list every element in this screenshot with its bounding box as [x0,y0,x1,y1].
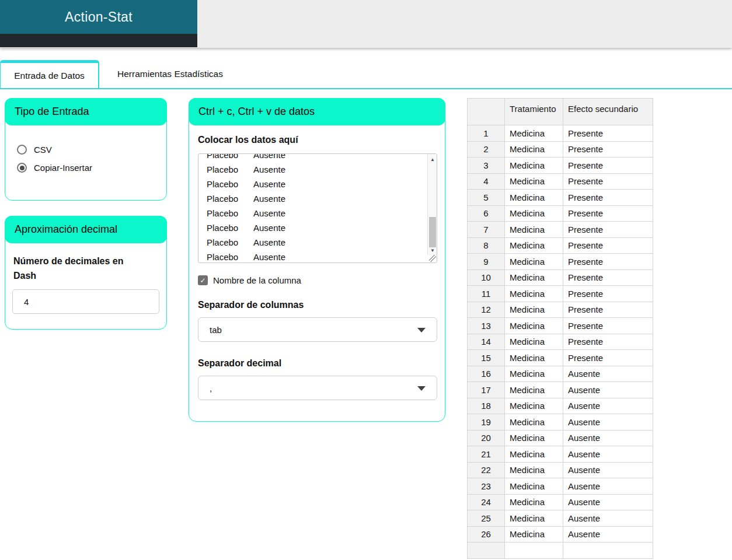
textarea-line: PlaceboAusente [207,250,427,263]
input-type-options: CSVCopiar-Insertar [5,125,166,173]
table-row: 20MedicinaAusente [468,430,653,446]
row-number-cell: 26 [468,526,505,542]
table-cell: Medicina [505,302,563,318]
table-row: 13MedicinaPresente [468,318,653,334]
table-row: 9MedicinaPresente [468,254,653,270]
table-cell: Presente [563,141,653,158]
table-cell: Presente [563,190,653,206]
table-row: 4MedicinaPresente [468,173,653,190]
table-cell: Medicina [505,237,563,254]
column-separator-label: Separador de columnas [198,300,304,310]
table-cell: Medicina [505,366,563,382]
decimal-separator-label: Separador decimal [198,358,281,369]
table-cell: Medicina [505,125,563,142]
brand-strip [0,34,197,47]
textarea-line: PlaceboAusente [207,206,427,220]
column-name-checkbox-row[interactable]: ✓ Nombre de la columna [198,275,301,285]
textarea-scrollbar[interactable]: ▲ ▼ [427,154,437,256]
table-row: 17MedicinaAusente [468,382,653,398]
scrollbar-thumb[interactable] [429,217,436,247]
tabs-bar: Entrada de Datos Herramientas Estadístic… [0,60,732,89]
row-number-cell: 10 [468,270,505,286]
radio-option-csv[interactable]: CSV [17,145,155,155]
row-number-cell: 15 [468,350,505,366]
resize-grip-icon[interactable] [429,255,436,262]
column-name-checkbox-label: Nombre de la columna [213,275,301,285]
row-number-cell: 13 [468,318,505,334]
column-header: Tratamiento [505,99,563,125]
column-separator-value: tab [210,325,222,335]
row-number-cell: 9 [468,254,505,270]
textarea-line: PlaceboAusente [207,177,427,191]
table-cell: Ausente [563,462,653,478]
row-number-cell: 18 [468,398,505,414]
decimal-separator-dropdown[interactable]: , [198,376,437,400]
radio-option-copiar-insertar[interactable]: Copiar-Insertar [17,163,155,173]
table-cell: Medicina [505,270,563,286]
table-cell: Presente [563,254,653,270]
table-cell: Ausente [563,366,653,382]
table-cell: Presente [563,350,653,366]
table-cell: Medicina [505,526,563,542]
radio-unselected-icon[interactable] [17,145,27,155]
table-cell: Medicina [505,510,563,527]
row-number-cell [468,542,505,559]
scroll-down-icon[interactable]: ▼ [428,246,437,254]
decimals-input[interactable] [12,289,159,314]
textarea-line: PlaceboAusente [207,220,427,235]
table-cell [563,542,653,559]
table-row: 11MedicinaPresente [468,286,653,302]
radio-option-label: Copiar-Insertar [34,163,92,173]
brand-banner: Action-Stat [0,0,197,34]
table-row: 7MedicinaPresente [468,222,653,238]
column-separator-dropdown[interactable]: tab [198,317,437,342]
table-row: 23MedicinaAusente [468,478,653,495]
textarea-line: PlaceboAusente [207,162,427,177]
table-row: 21MedicinaAusente [468,446,653,463]
table-row: 25MedicinaAusente [468,510,653,527]
paste-textarea-content: PlaceboAusentePlaceboAusentePlaceboAusen… [198,153,427,263]
table-cell: Presente [563,125,653,142]
table-row: 26MedicinaAusente [468,526,653,542]
paste-data-panel-title: Ctrl + c, Ctrl + v de datos [189,98,445,125]
row-number-cell: 8 [468,237,505,254]
table-cell: Presente [563,173,653,190]
row-number-cell: 17 [468,382,505,398]
table-cell: Medicina [505,318,563,334]
app-title: Action-Stat [65,9,133,25]
table-cell: Medicina [505,382,563,398]
decimal-approx-panel-title: Aproximación decimal [5,216,167,243]
table-cell: Ausente [563,446,653,463]
paste-textarea[interactable]: PlaceboAusentePlaceboAusentePlaceboAusen… [198,153,437,263]
table-cell [505,542,563,559]
table-row: 14MedicinaPresente [468,334,653,350]
table-cell: Medicina [505,494,563,510]
table-row: 18MedicinaAusente [468,398,653,414]
tab-herramientas-estadisticas[interactable]: Herramientas Estadísticas [99,60,241,88]
tab-entrada-de-datos[interactable]: Entrada de Datos [0,60,99,88]
scroll-up-icon[interactable]: ▲ [428,155,437,163]
table-cell: Ausente [563,526,653,542]
row-number-cell: 16 [468,366,505,382]
checkbox-checked-icon[interactable]: ✓ [198,275,208,285]
table-cell: Medicina [505,350,563,366]
radio-selected-icon[interactable] [17,163,27,173]
table-cell: Medicina [505,222,563,238]
table-cell: Medicina [505,446,563,463]
radio-option-label: CSV [34,145,52,155]
row-number-cell: 3 [468,158,505,174]
table-cell: Medicina [505,430,563,446]
row-number-cell: 2 [468,141,505,158]
row-number-cell: 20 [468,430,505,446]
app-window: Action-Stat Entrada de Datos Herramienta… [0,0,732,560]
table-cell: Ausente [563,478,653,495]
table-row: 8MedicinaPresente [468,237,653,254]
table-row: 16MedicinaAusente [468,366,653,382]
row-number-cell: 25 [468,510,505,527]
table-row: 1MedicinaPresente [468,125,653,142]
table-cell: Medicina [505,478,563,495]
table-cell: Presente [563,205,653,222]
table-cell: Presente [563,158,653,174]
column-header: Efecto secundario [563,99,653,125]
table-cell: Ausente [563,382,653,398]
